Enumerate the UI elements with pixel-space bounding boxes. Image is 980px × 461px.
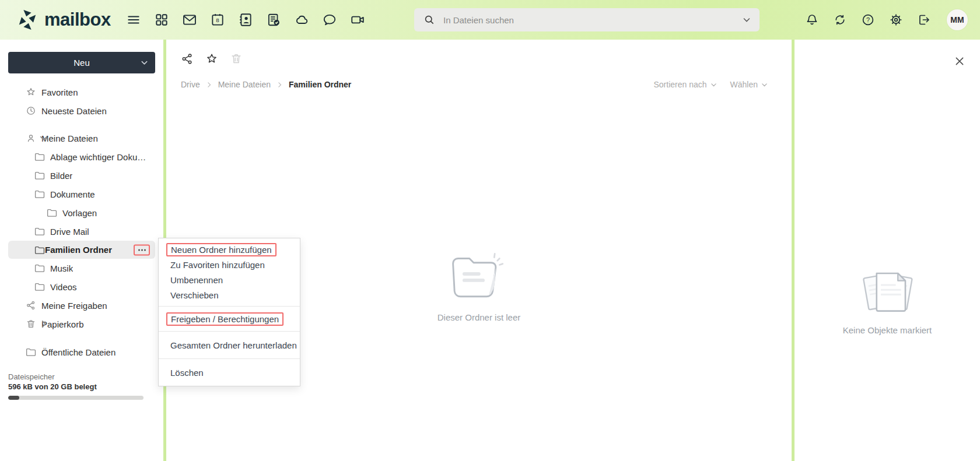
sidebar-item-label: Öffentliche Dateien [41,347,116,357]
sidebar-item-dokumente[interactable]: Dokumente [0,185,163,203]
details-panel: Keine Objekte markiert [794,40,980,461]
sidebar-item-label: Vorlagen [62,208,97,218]
mailbox-logo[interactable]: mailbox [16,9,111,31]
storage-progress-bar [8,396,144,400]
mailbox-logo-icon [16,9,38,31]
calendar-icon[interactable]: 8 [210,12,225,27]
avatar[interactable]: MM [947,9,968,30]
menu-item-zu-favoriten[interactable]: Zu Favoriten hinzufügen [159,257,300,272]
sidebar-item-label: Favoriten [41,87,78,97]
new-button[interactable]: Neu [8,52,155,73]
chevron-right-icon [205,81,213,89]
sidebar-item-neueste-dateien[interactable]: Neueste Dateien [0,101,163,120]
menu-item-neuen-ordner[interactable]: Neuen Ordner hinzufügen [159,242,300,257]
chevron-down-icon[interactable] [57,189,67,199]
refresh-sync-icon[interactable] [833,13,847,27]
settings-gear-icon[interactable] [889,13,903,27]
share-icon [26,300,36,311]
menu-item-umbenennen[interactable]: Umbenennen [159,272,300,287]
storage-usage: 596 kB von 20 GB belegt [8,382,155,391]
folder-icon [34,189,45,199]
sidebar-item-label: Neueste Dateien [41,106,107,116]
no-selection-state: Keine Objekte markiert [794,267,980,335]
clock-icon [26,105,36,116]
sidebar-item-oeffentliche-dateien[interactable]: Öffentliche Dateien [0,343,163,361]
contacts-icon[interactable] [238,12,253,27]
folder-icon [47,207,57,218]
select-dropdown[interactable]: Wählen [730,80,768,89]
folder-icon [34,170,45,181]
list-controls: Sortieren nach Wählen [653,80,768,89]
search-input[interactable] [443,15,742,25]
sidebar-item-meine-freigaben[interactable]: Meine Freigaben [0,296,163,315]
top-bar: mailbox 8 [0,0,980,40]
sidebar-item-vorlagen[interactable]: Vorlagen [0,203,163,222]
sidebar-item-label: Videos [50,282,77,292]
menu-item-label: Verschieben [170,290,219,300]
breadcrumb-drive[interactable]: Drive [181,80,200,89]
sidebar-item-label: Meine Freigaben [41,301,107,311]
trash-icon [26,319,36,329]
content-toolbar [166,40,792,65]
svg-text:8: 8 [216,17,219,23]
chat-icon[interactable] [322,12,337,27]
app-navigation: 8 [126,12,365,27]
chevron-right-icon [276,81,284,89]
breadcrumb-meine-dateien[interactable]: Meine Dateien [218,80,271,89]
favorite-button[interactable] [205,52,218,65]
close-icon[interactable] [954,56,965,66]
empty-folder-icon [444,245,513,301]
sidebar-item-bilder[interactable]: Bilder [0,166,163,185]
chevron-down-icon [140,58,149,67]
documents-stack-icon [855,267,920,315]
folder-icon [26,347,36,357]
search-bar [414,8,760,31]
notifications-bell-icon[interactable] [805,13,819,27]
sidebar-item-label: Familien Ordner [45,245,112,255]
sidebar-item-label: Ablage wichtiger Dokume… [50,152,152,162]
search-icon [424,14,435,26]
svg-text:?: ? [866,16,870,23]
top-right-actions: ? [805,0,931,40]
sidebar-item-familien-ordner[interactable]: Familien Ordner [8,241,155,259]
breadcrumb: Drive Meine Dateien Familien Ordner [181,80,351,89]
sidebar-item-favoriten[interactable]: Favoriten [0,83,163,101]
select-label: Wählen [730,80,758,89]
app-grid-icon[interactable] [154,12,169,27]
no-selection-message: Keine Objekte markiert [843,325,932,335]
logout-icon[interactable] [917,13,931,27]
sidebar-item-musik[interactable]: Musik [0,259,163,277]
chevron-down-icon[interactable] [38,133,49,143]
logo-wordmark: mailbox [44,9,111,30]
search-options-chevron-icon[interactable] [742,15,751,24]
menu-item-label: Löschen [170,368,204,378]
folder-icon [34,263,45,273]
menu-item-label: Umbenennen [170,275,223,285]
menu-item-loeschen[interactable]: Löschen [159,365,300,380]
empty-folder-message: Dieser Ordner ist leer [438,312,521,322]
menu-item-herunterladen[interactable]: Gesamten Ordner herunterladen [159,337,300,353]
chevron-right-icon[interactable] [38,319,49,329]
drive-app: mailbox 8 [0,0,980,461]
cloud-icon[interactable] [294,12,309,27]
video-call-icon[interactable] [350,12,365,27]
user-icon [26,133,36,143]
sort-by-dropdown[interactable]: Sortieren nach [653,80,717,89]
sidebar-item-ablage[interactable]: Ablage wichtiger Dokume… [0,147,163,166]
sidebar-item-meine-dateien[interactable]: Meine Dateien [0,129,163,147]
share-button[interactable] [181,52,194,65]
folder-icon [34,245,45,255]
mail-icon[interactable] [182,12,197,27]
tasks-icon[interactable] [266,12,281,27]
menu-item-verschieben[interactable]: Verschieben [159,287,300,302]
hamburger-menu-icon[interactable] [126,12,141,27]
sidebar-item-videos[interactable]: Videos [0,277,163,296]
folder-actions-more-button[interactable] [134,244,150,255]
sidebar-item-drive-mail[interactable]: Drive Mail [0,222,163,241]
menu-item-freigeben[interactable]: Freigeben / Berechtigungen [159,311,300,326]
star-icon [26,87,36,97]
sidebar-item-papierkorb[interactable]: Papierkorb [0,315,163,333]
sidebar-item-label: Drive Mail [50,227,89,237]
help-icon[interactable]: ? [861,13,875,27]
storage-info: Dateispeicher 596 kB von 20 GB belegt [8,372,155,400]
